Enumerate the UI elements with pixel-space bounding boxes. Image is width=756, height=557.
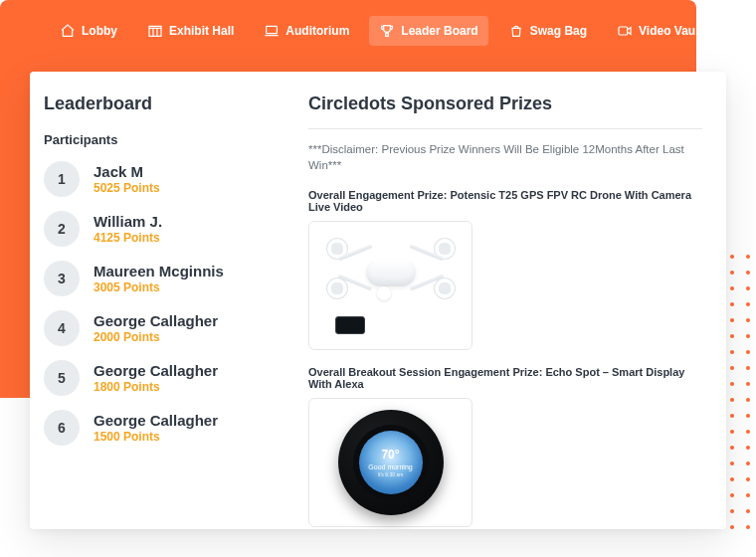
trophy-icon <box>379 23 395 39</box>
svg-rect-92 <box>619 27 628 35</box>
participants-heading: Participants <box>44 132 302 147</box>
svg-point-33 <box>730 350 734 354</box>
svg-point-79 <box>746 493 750 497</box>
participant-row: 2William J.4125 Points <box>44 211 302 247</box>
svg-rect-90 <box>149 28 161 36</box>
main-panel: Leaderboard Participants 1Jack M5025 Poi… <box>30 72 726 529</box>
nav-label: Auditorium <box>285 24 349 38</box>
participant-name: George Callagher <box>94 412 218 431</box>
svg-point-63 <box>730 446 734 450</box>
svg-point-38 <box>730 366 734 370</box>
svg-point-49 <box>746 398 750 402</box>
svg-point-59 <box>746 430 750 434</box>
svg-point-13 <box>730 286 734 290</box>
nav-label: Video Vault <box>639 24 702 38</box>
echo-spot-illustration: 70° Good morning It's 6:30 am <box>331 408 451 517</box>
svg-point-28 <box>730 334 734 338</box>
rank-badge: 2 <box>44 211 80 247</box>
participant-row: 5George Callagher1800 Points <box>44 360 302 396</box>
nav-swag-bag[interactable]: Swag Bag <box>498 16 597 46</box>
participant-name: Maureen Mcginnis <box>94 263 224 281</box>
svg-point-9 <box>746 271 750 275</box>
bag-icon <box>508 23 524 39</box>
participant-row: 1Jack M5025 Points <box>44 161 302 197</box>
svg-point-3 <box>730 255 734 259</box>
prizes-title: Circledots Sponsored Prizes <box>308 93 702 114</box>
participant-points: 1800 Points <box>94 380 218 394</box>
participant-row: 3Maureen Mcginnis3005 Points <box>44 261 302 296</box>
svg-point-53 <box>730 414 734 418</box>
participant-points: 3005 Points <box>94 280 224 294</box>
rank-badge: 4 <box>44 310 80 346</box>
svg-point-88 <box>730 525 734 529</box>
participant-name: William J. <box>94 213 162 232</box>
svg-point-29 <box>746 334 750 338</box>
prize-label: Overall Breakout Session Engagement Priz… <box>308 366 702 390</box>
video-icon <box>617 23 633 39</box>
nav-auditorium[interactable]: Auditorium <box>254 16 359 46</box>
participant-points: 4125 Points <box>94 231 162 245</box>
svg-point-64 <box>746 446 750 450</box>
svg-point-43 <box>730 382 734 386</box>
participant-points: 5025 Points <box>94 181 160 195</box>
prize-card-drone <box>308 221 472 350</box>
participant-name: George Callagher <box>94 312 218 331</box>
svg-point-83 <box>730 509 734 513</box>
svg-point-84 <box>746 509 750 513</box>
svg-point-4 <box>746 255 750 259</box>
leaderboard-title: Leaderboard <box>44 93 302 114</box>
spot-temp: 70° <box>381 448 399 463</box>
spot-greeting: Good morning <box>368 464 412 472</box>
rank-badge: 3 <box>44 261 80 296</box>
svg-point-44 <box>746 382 750 386</box>
svg-point-23 <box>730 318 734 322</box>
spot-time: It's 6:30 am <box>378 471 404 477</box>
participant-row: 6George Callagher1500 Points <box>44 410 302 446</box>
svg-point-48 <box>730 398 734 402</box>
svg-point-78 <box>730 493 734 497</box>
rank-badge: 1 <box>44 161 80 197</box>
booth-icon <box>147 23 163 39</box>
nav-label: Swag Bag <box>530 24 587 38</box>
svg-point-18 <box>730 302 734 306</box>
drone-illustration <box>321 231 461 340</box>
nav-label: Exhibit Hall <box>169 24 234 38</box>
nav-label: Leader Board <box>401 24 477 38</box>
svg-point-54 <box>746 414 750 418</box>
svg-point-24 <box>746 318 750 322</box>
participant-list: 1Jack M5025 Points2William J.4125 Points… <box>44 161 302 446</box>
svg-rect-91 <box>267 26 278 33</box>
participant-points: 1500 Points <box>94 430 218 444</box>
nav-leader-board[interactable]: Leader Board <box>369 16 487 46</box>
laptop-icon <box>264 23 280 39</box>
svg-point-73 <box>730 477 734 481</box>
svg-point-69 <box>746 462 750 465</box>
nav-video-vault[interactable]: Video Vault <box>607 16 712 46</box>
svg-point-14 <box>746 286 750 290</box>
svg-point-58 <box>730 430 734 434</box>
svg-point-34 <box>746 350 750 354</box>
svg-point-68 <box>730 462 734 465</box>
nav-lobby[interactable]: Lobby <box>50 16 127 46</box>
participant-name: Jack M <box>94 163 160 182</box>
participant-row: 4George Callagher2000 Points <box>44 310 302 346</box>
svg-point-8 <box>730 271 734 275</box>
participant-name: George Callagher <box>94 362 218 381</box>
svg-point-89 <box>746 525 750 529</box>
rank-badge: 5 <box>44 360 80 396</box>
nav-exhibit-hall[interactable]: Exhibit Hall <box>137 16 244 46</box>
rank-badge: 6 <box>44 410 80 446</box>
home-icon <box>60 23 76 39</box>
top-nav: LobbyExhibit HallAuditoriumLeader BoardS… <box>50 16 713 46</box>
prize-card-echo-spot: 70° Good morning It's 6:30 am <box>308 398 472 527</box>
svg-point-74 <box>746 477 750 481</box>
svg-point-39 <box>746 366 750 370</box>
svg-point-19 <box>746 302 750 306</box>
divider <box>308 128 702 129</box>
nav-label: Lobby <box>82 24 117 38</box>
prizes-disclaimer: ***Disclaimer: Previous Prize Winners Wi… <box>308 141 702 173</box>
participant-points: 2000 Points <box>94 330 218 344</box>
prize-label: Overall Engagement Prize: Potensic T25 G… <box>308 189 702 213</box>
